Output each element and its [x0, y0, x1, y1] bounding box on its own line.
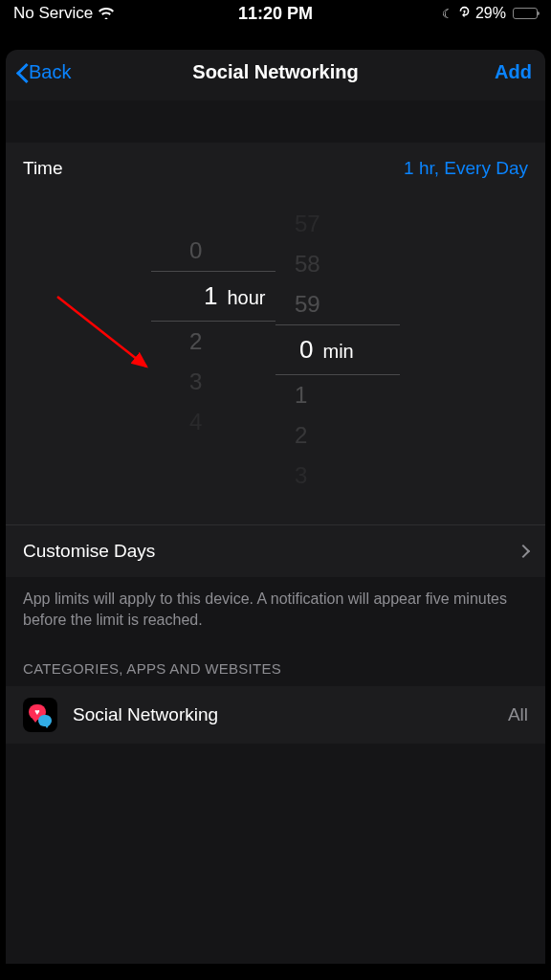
- category-name: Social Networking: [73, 704, 508, 725]
- time-label: Time: [23, 158, 63, 179]
- footer-note: App limits will apply to this device. A …: [6, 577, 545, 653]
- time-picker[interactable]: 0 1 hour 2 3 4 57 58 59 0 min 1 2 3: [6, 194, 545, 524]
- hour-picker-column[interactable]: 0 1 hour 2 3 4: [151, 204, 276, 496]
- add-button[interactable]: Add: [495, 61, 532, 83]
- orientation-lock-icon: [458, 6, 471, 21]
- social-networking-icon: ♥: [23, 698, 57, 732]
- chevron-left-icon: [15, 62, 29, 83]
- category-count: All: [508, 704, 528, 725]
- battery-percent: 29%: [475, 5, 506, 22]
- nav-bar: Back Social Networking Add: [6, 50, 545, 100]
- clock: 11:20 PM: [238, 4, 313, 24]
- page-title: Social Networking: [192, 61, 358, 83]
- minute-picker-column[interactable]: 57 58 59 0 min 1 2 3: [276, 204, 400, 496]
- battery-icon: [513, 8, 538, 19]
- customise-days-label: Customise Days: [23, 541, 155, 562]
- back-button[interactable]: Back: [15, 61, 71, 83]
- categories-header: CATEGORIES, APPS AND WEBSITES: [6, 653, 545, 686]
- category-row[interactable]: ♥ Social Networking All: [6, 686, 545, 744]
- time-row: Time 1 hr, Every Day: [6, 143, 545, 194]
- minute-selected: 0 min: [276, 324, 400, 375]
- time-value[interactable]: 1 hr, Every Day: [404, 158, 528, 179]
- service-status: No Service: [13, 4, 93, 23]
- hour-selected: 1 hour: [151, 271, 276, 322]
- customise-days-row[interactable]: Customise Days: [6, 524, 545, 577]
- do-not-disturb-icon: ☾: [442, 7, 453, 21]
- svg-rect-1: [464, 11, 465, 13]
- status-bar: No Service 11:20 PM ☾ 29%: [0, 0, 551, 31]
- wifi-icon: [99, 8, 114, 19]
- chevron-right-icon: [517, 545, 530, 558]
